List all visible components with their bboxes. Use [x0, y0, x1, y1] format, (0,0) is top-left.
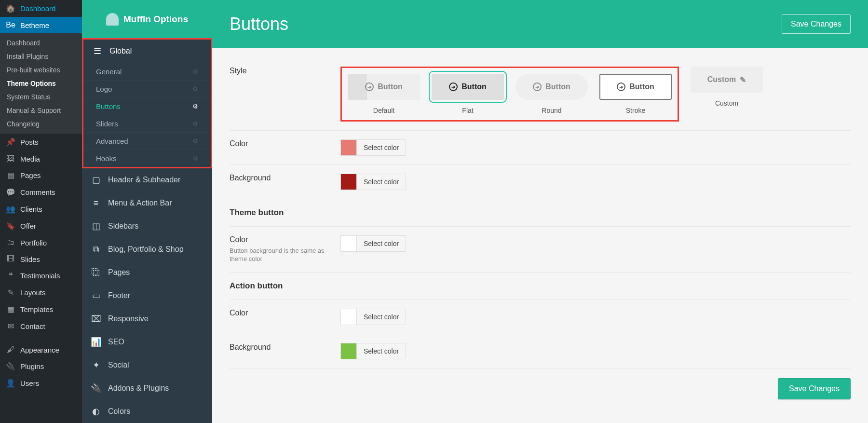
style-option-default[interactable]: ➜ButtonDefault [348, 74, 420, 114]
wp-item-label: Templates [20, 305, 53, 314]
color-swatch[interactable] [340, 343, 357, 359]
wp-item-icon: ✎ [6, 288, 15, 297]
cat-label: Global [109, 47, 132, 55]
theme-button-heading: Theme button [230, 199, 851, 227]
color-swatch[interactable] [340, 174, 357, 190]
muffin-cat-sidebars[interactable]: ◫Sidebars [82, 215, 212, 238]
field-label: Background [230, 343, 340, 359]
style-option-stroke[interactable]: ➜ButtonStroke [599, 74, 672, 114]
color-picker: Select color [340, 343, 851, 359]
style-caption: Round [515, 107, 588, 114]
wp-item-appearance[interactable]: 🖌Appearance [0, 341, 82, 358]
wp-sub-pre-built-websites[interactable]: Pre-built websites [0, 63, 82, 77]
muffin-cat-global[interactable]: ☰Global [83, 40, 211, 63]
wp-item-portfolio[interactable]: 🗂Portfolio [0, 234, 82, 251]
action-button-heading: Action button [230, 273, 851, 300]
style-preview-text: Button [545, 82, 570, 91]
style-caption: Custom [691, 99, 763, 107]
main-area: Buttons Save Changes Style➜ButtonDefault… [212, 0, 868, 423]
select-color-button[interactable]: Select color [357, 174, 406, 190]
style-label: Style [230, 67, 340, 122]
muffin-cat-social[interactable]: ✦Social [82, 354, 212, 377]
wp-item-users[interactable]: 👤Users [0, 375, 82, 392]
muffin-sub-buttons[interactable]: Buttons⚙ [83, 97, 211, 115]
style-option-custom[interactable]: Custom✎Custom [691, 67, 763, 107]
wp-item-offer[interactable]: 🔖Offer [0, 218, 82, 234]
field-sublabel: Button background is the same as theme c… [230, 247, 340, 263]
muffin-sub-advanced[interactable]: Advanced⚙ [83, 132, 211, 150]
select-color-button[interactable]: Select color [357, 309, 406, 325]
cat-icon: ≡ [91, 198, 101, 208]
wp-item-layouts[interactable]: ✎Layouts [0, 284, 82, 301]
muffin-cat-responsive[interactable]: ⌧Responsive [82, 307, 212, 330]
wp-item-plugins[interactable]: 🔌Plugins [0, 358, 82, 375]
gear-icon: ⚙ [192, 68, 198, 75]
pencil-icon: ✎ [740, 75, 746, 84]
gear-icon: ⚙ [192, 103, 198, 110]
style-preview: Custom✎ [691, 67, 763, 93]
wp-item-icon: Be [6, 21, 15, 29]
muffin-cat-blog-portfolio-shop[interactable]: ⧉Blog, Portfolio & Shop [82, 238, 212, 261]
muffin-cat-addons-plugins[interactable]: 🔌Addons & Plugins [82, 377, 212, 400]
wp-item-label: Users [20, 379, 39, 387]
color-swatch[interactable] [340, 139, 357, 156]
muffin-cat-header-subheader[interactable]: ▢Header & Subheader [82, 168, 212, 191]
wp-item-contact[interactable]: ✉Contact [0, 318, 82, 335]
wp-item-icon: 🎞 [6, 255, 15, 263]
save-changes-top-button[interactable]: Save Changes [782, 14, 851, 34]
cat-icon: ▢ [91, 175, 101, 185]
wp-sub-changelog[interactable]: Changelog [0, 117, 82, 131]
wp-sub-system-status[interactable]: System Status [0, 90, 82, 104]
muffin-cat-menu-action-bar[interactable]: ≡Menu & Action Bar [82, 191, 212, 215]
wp-item-clients[interactable]: 👥Clients [0, 201, 82, 218]
wp-item-betheme[interactable]: BeBetheme [0, 17, 82, 33]
wp-sub-theme-options[interactable]: Theme Options [0, 77, 82, 90]
wp-item-comments[interactable]: 💬Comments [0, 184, 82, 201]
wp-sub-dashboard[interactable]: Dashboard [0, 36, 82, 50]
wp-item-icon: 👤 [6, 379, 15, 388]
gear-icon: ⚙ [192, 155, 198, 162]
arrow-circle-icon: ➜ [365, 82, 374, 91]
field-label: ColorButton background is the same as th… [230, 235, 340, 263]
muffin-cat-colors[interactable]: ◐Colors [82, 400, 212, 423]
wp-item-label: Slides [20, 255, 40, 263]
wp-item-pages[interactable]: ▤Pages [0, 167, 82, 184]
muffin-cat-pages[interactable]: ⿻Pages [82, 261, 212, 284]
color-swatch[interactable] [340, 235, 357, 252]
wp-item-posts[interactable]: 📌Posts [0, 134, 82, 150]
muffin-sub-logo[interactable]: Logo⚙ [83, 80, 211, 97]
wp-item-dashboard[interactable]: 🏠Dashboard [0, 0, 82, 17]
wp-item-label: Plugins [20, 362, 44, 370]
style-caption: Default [348, 107, 420, 114]
muffin-logo-icon [106, 13, 119, 26]
wp-admin-sidebar: 🏠DashboardBeBethemeDashboardInstall Plug… [0, 0, 82, 423]
muffin-cat-seo[interactable]: 📊SEO [82, 330, 212, 354]
style-option-flat[interactable]: ➜ButtonFlat [432, 74, 504, 114]
sub-label: Logo [96, 85, 112, 93]
cat-label: Responsive [108, 314, 149, 323]
wp-item-testimonials[interactable]: ❝Testimonials [0, 267, 82, 284]
select-color-button[interactable]: Select color [357, 235, 406, 252]
cat-label: Colors [108, 407, 130, 416]
wp-item-icon: 👥 [6, 205, 15, 214]
muffin-sub-hooks[interactable]: Hooks⚙ [83, 150, 211, 167]
wp-sub-manual-&-support[interactable]: Manual & Support [0, 104, 82, 117]
field-label: Color [230, 139, 340, 156]
save-changes-bottom-button[interactable]: Save Changes [778, 378, 851, 399]
wp-item-slides[interactable]: 🎞Slides [0, 251, 82, 267]
muffin-sub-general[interactable]: General⚙ [83, 63, 211, 80]
color-picker: Select color [340, 174, 851, 190]
muffin-options-panel: Muffin Options ☰GlobalGeneral⚙Logo⚙Butto… [82, 0, 212, 423]
muffin-cat-footer[interactable]: ▭Footer [82, 284, 212, 307]
select-color-button[interactable]: Select color [357, 343, 406, 359]
cat-icon: ✦ [91, 360, 101, 370]
wp-item-media[interactable]: 🖼Media [0, 150, 82, 167]
cat-icon: ▭ [91, 290, 101, 301]
color-swatch[interactable] [340, 309, 357, 325]
style-option-round[interactable]: ➜ButtonRound [515, 74, 588, 114]
wp-item-templates[interactable]: ▦Templates [0, 301, 82, 318]
select-color-button[interactable]: Select color [357, 139, 406, 156]
muffin-sub-sliders[interactable]: Sliders⚙ [83, 115, 211, 132]
wp-sub-install-plugins[interactable]: Install Plugins [0, 50, 82, 63]
wp-item-icon: ▤ [6, 171, 15, 180]
